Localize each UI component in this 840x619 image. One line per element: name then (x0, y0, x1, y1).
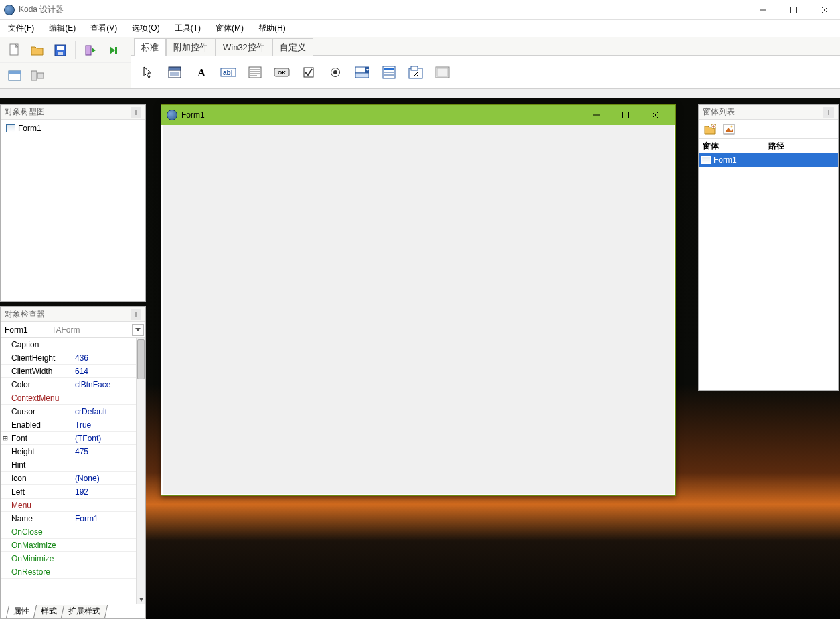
form-caption: Form1 (181, 110, 582, 120)
workspace: 对象树型图 Form1 对象检查器 Form1 TAForm CaptionCl… (0, 98, 840, 619)
open-button[interactable] (27, 40, 48, 60)
run-button[interactable] (80, 40, 101, 60)
forms-col-path[interactable]: 路径 (764, 139, 838, 153)
tab-win32[interactable]: Win32控件 (216, 38, 272, 56)
svg-rect-37 (384, 68, 394, 70)
tab-additional[interactable]: 附加控件 (166, 38, 216, 56)
form-minimize-button[interactable] (582, 105, 611, 125)
svg-marker-10 (110, 46, 115, 54)
close-button[interactable] (809, 0, 840, 20)
menu-tools[interactable]: 工具(T) (172, 21, 203, 36)
property-row[interactable]: NameForm1 (1, 512, 136, 525)
svg-rect-15 (37, 73, 44, 78)
menu-options[interactable]: 选项(O) (129, 21, 162, 36)
forms-list-panel: 窗体列表 窗体 路径 Form1 (698, 104, 839, 391)
svg-point-57 (731, 125, 733, 127)
property-row[interactable]: OnClose (1, 525, 136, 539)
maximize-button[interactable] (778, 0, 809, 20)
svg-rect-14 (31, 71, 37, 80)
edit-tool[interactable]: ab| (217, 61, 240, 84)
object-tree-close[interactable] (131, 107, 141, 118)
inspector-close[interactable] (131, 309, 141, 320)
property-row[interactable]: ContextMenu (1, 391, 136, 405)
inspector-tab-styles[interactable]: 样式 (33, 605, 64, 618)
forms-window-button[interactable] (4, 66, 25, 86)
property-row[interactable]: OnRestore (1, 565, 136, 579)
inspector-object-type: TAForm (52, 325, 132, 335)
property-row[interactable]: CursorcrDefault (1, 405, 136, 418)
menu-edit[interactable]: 编辑(E) (46, 21, 78, 36)
svg-rect-35 (355, 73, 369, 78)
radio-tool[interactable] (324, 61, 347, 84)
combobox-tool[interactable] (351, 61, 373, 84)
property-row[interactable]: Icon(None) (1, 472, 136, 485)
property-row[interactable]: ⊞Font(TFont) (1, 432, 136, 445)
groupbox-tool[interactable] (404, 61, 427, 84)
menu-file[interactable]: 文件(F) (5, 21, 37, 36)
button-tool[interactable]: OK (270, 61, 293, 84)
inspector-title: 对象检查器 (5, 308, 45, 320)
object-tree-title: 对象树型图 (5, 106, 45, 118)
listbox-tool[interactable] (377, 61, 400, 84)
property-row[interactable]: Height475 (1, 445, 136, 458)
inspector-tab-props[interactable]: 属性 (6, 605, 37, 618)
align-panel-button[interactable] (27, 66, 48, 86)
menubar: 文件(F) 编辑(E) 查看(V) 选项(O) 工具(T) 窗体(M) 帮助(H… (0, 20, 840, 37)
svg-rect-13 (9, 71, 21, 74)
toolbar-area: 标准 附加控件 Win32控件 自定义 A ab| OK (0, 37, 840, 89)
menu-window[interactable]: 窗体(M) (213, 21, 246, 36)
form-icon (167, 110, 177, 120)
property-row[interactable]: OnMaximize (1, 539, 136, 552)
inspector-tab-exstyles[interactable]: 扩展样式 (61, 605, 108, 618)
inspector-object-dropdown[interactable] (132, 324, 144, 336)
export-button[interactable] (102, 40, 124, 60)
svg-rect-48 (623, 112, 629, 118)
design-form-window[interactable]: Form1 (161, 104, 676, 496)
form-design-surface[interactable] (163, 125, 674, 494)
svg-rect-7 (58, 52, 63, 55)
save-button[interactable] (50, 40, 71, 60)
property-grid[interactable]: CaptionClientHeight436ClientWidth614Colo… (1, 338, 136, 604)
forms-col-name[interactable]: 窗体 (699, 139, 764, 153)
tab-custom[interactable]: 自定义 (272, 38, 313, 56)
forms-row-name: Form1 (713, 155, 737, 165)
property-row[interactable]: EnabledTrue (1, 418, 136, 432)
svg-rect-41 (411, 66, 418, 70)
forms-list-row[interactable]: Form1 (699, 153, 838, 167)
property-row[interactable]: Caption (1, 338, 136, 351)
forms-add-button[interactable] (701, 121, 719, 137)
memo-tool[interactable] (244, 61, 266, 84)
property-row[interactable]: ColorclBtnFace (1, 378, 136, 391)
inspector-object-name: Form1 (1, 325, 52, 335)
property-row[interactable]: OnMinimize (1, 552, 136, 565)
forms-image-button[interactable] (720, 121, 738, 137)
property-row[interactable]: Menu (1, 499, 136, 512)
new-button[interactable] (4, 40, 25, 60)
svg-marker-9 (92, 48, 96, 53)
svg-rect-8 (86, 46, 91, 55)
component-palette: A ab| OK (131, 55, 840, 88)
pointer-tool[interactable] (137, 61, 159, 84)
mainmenu-tool[interactable] (163, 61, 186, 84)
tree-item-label: Form1 (18, 124, 41, 133)
form-icon (6, 124, 15, 132)
form-close-button[interactable] (641, 105, 670, 125)
form-icon (701, 156, 711, 164)
label-tool[interactable]: A (190, 61, 213, 84)
property-scrollbar[interactable]: ▴ ▾ (136, 338, 145, 604)
checkbox-tool[interactable] (297, 61, 320, 84)
forms-list-title: 窗体列表 (703, 106, 735, 118)
property-row[interactable]: Left192 (1, 485, 136, 499)
tree-item-root[interactable]: Form1 (6, 124, 140, 133)
property-row[interactable]: ClientHeight436 (1, 351, 136, 365)
svg-text:OK: OK (278, 70, 286, 76)
form-maximize-button[interactable] (611, 105, 641, 125)
property-row[interactable]: Hint (1, 458, 136, 472)
forms-list-close[interactable] (823, 107, 834, 118)
menu-help[interactable]: 帮助(H) (256, 21, 288, 36)
minimize-button[interactable] (748, 0, 778, 20)
property-row[interactable]: ClientWidth614 (1, 365, 136, 378)
tab-standard[interactable]: 标准 (134, 38, 166, 56)
menu-view[interactable]: 查看(V) (88, 21, 120, 36)
panel-tool[interactable] (431, 61, 454, 84)
